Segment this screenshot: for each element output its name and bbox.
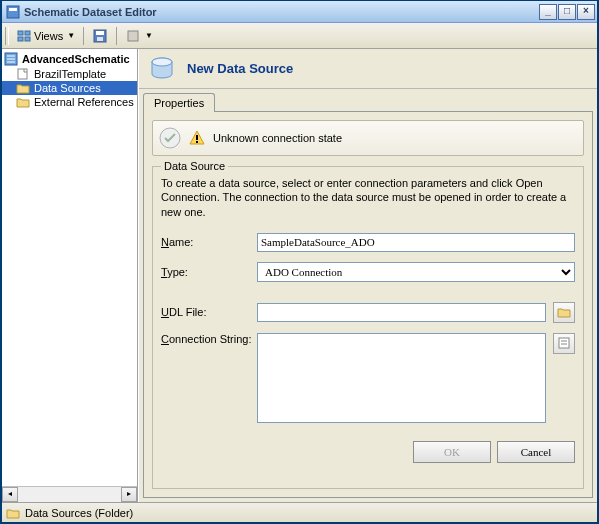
tree-item-datasources[interactable]: Data Sources (2, 81, 137, 95)
chevron-down-icon: ▼ (67, 31, 75, 40)
svg-rect-1 (9, 8, 17, 11)
toolbar: Views ▼ ▼ (2, 23, 597, 49)
tree-item-label: BrazilTemplate (34, 68, 106, 80)
toolbar-action-button[interactable]: ▼ (120, 26, 158, 46)
chevron-down-icon: ▼ (145, 31, 153, 40)
svg-rect-20 (559, 338, 569, 348)
svg-rect-2 (18, 31, 23, 35)
generic-icon (125, 28, 141, 44)
connection-status: Unknown connection state (152, 120, 584, 156)
warning-icon (189, 130, 205, 146)
folder-open-icon (557, 306, 571, 318)
statusbar-text: Data Sources (Folder) (25, 507, 133, 519)
status-text: Unknown connection state (213, 132, 342, 144)
datasource-fieldset: Data Source To create a data source, sel… (152, 166, 584, 489)
tree-item-label: Data Sources (34, 82, 101, 94)
sidebar: AdvancedSchematic BrazilTemplate Data So… (2, 49, 138, 502)
tree-root-label: AdvancedSchematic (22, 53, 130, 65)
svg-rect-9 (128, 31, 138, 41)
window-statusbar: Data Sources (Folder) (2, 502, 597, 522)
svg-point-16 (152, 58, 172, 66)
fieldset-legend: Data Source (161, 160, 228, 172)
datasource-icon (147, 54, 177, 84)
svg-rect-0 (7, 6, 19, 18)
tree-item-template[interactable]: BrazilTemplate (2, 67, 137, 81)
scroll-track[interactable] (18, 487, 121, 502)
udl-label: UDL File: (161, 306, 253, 318)
titlebar: Schematic Dataset Editor _ □ × (2, 1, 597, 23)
svg-rect-5 (25, 37, 30, 41)
row-udl: UDL File: (161, 302, 575, 323)
cancel-button[interactable]: Cancel (497, 441, 575, 463)
scroll-left-button[interactable]: ◂ (2, 487, 18, 502)
document-icon (16, 68, 30, 80)
properties-icon (557, 336, 571, 350)
window-title: Schematic Dataset Editor (24, 6, 538, 18)
save-button[interactable] (87, 26, 113, 46)
connection-string-label: Connection String: (161, 333, 253, 345)
views-icon (17, 29, 31, 43)
ok-button[interactable]: OK (413, 441, 491, 463)
disk-icon (92, 28, 108, 44)
views-menu[interactable]: Views ▼ (12, 26, 80, 46)
content-header: New Data Source (139, 49, 597, 89)
app-window: Schematic Dataset Editor _ □ × Views ▼ ▼… (0, 0, 599, 524)
row-name: Name: (161, 233, 575, 252)
folder-open-icon (16, 82, 30, 94)
svg-rect-4 (18, 37, 23, 41)
page-title: New Data Source (187, 61, 293, 76)
udl-input[interactable] (257, 303, 546, 322)
tree-root[interactable]: AdvancedSchematic (2, 51, 137, 67)
row-type: Type: ADO Connection (161, 262, 575, 282)
name-label: Name: (161, 236, 253, 248)
svg-rect-19 (196, 141, 198, 143)
browse-udl-button[interactable] (553, 302, 575, 323)
tree-item-label: External References (34, 96, 134, 108)
folder-icon (6, 507, 20, 519)
sidebar-h-scrollbar[interactable]: ◂ ▸ (2, 486, 137, 502)
tab-strip: Properties (139, 89, 597, 111)
tab-properties[interactable]: Properties (143, 93, 215, 112)
svg-rect-8 (97, 37, 103, 41)
views-label: Views (34, 30, 63, 42)
app-icon (6, 5, 20, 19)
row-connection-string: Connection String: (161, 333, 575, 423)
toolbar-separator (83, 27, 84, 45)
toolbar-separator (116, 27, 117, 45)
minimize-button[interactable]: _ (539, 4, 557, 20)
check-disc-icon (159, 127, 181, 149)
tab-panel: Unknown connection state Data Source To … (143, 111, 593, 498)
content-panel: New Data Source Properties Unknown conne… (138, 49, 597, 502)
schematic-icon (4, 52, 18, 66)
svg-rect-14 (18, 69, 27, 79)
scroll-right-button[interactable]: ▸ (121, 487, 137, 502)
maximize-button[interactable]: □ (558, 4, 576, 20)
svg-rect-3 (25, 31, 30, 35)
toolbar-grip (5, 27, 9, 45)
tree-item-extref[interactable]: External References (2, 95, 137, 109)
type-select[interactable]: ADO Connection (257, 262, 575, 282)
tree-view[interactable]: AdvancedSchematic BrazilTemplate Data So… (2, 49, 137, 486)
body: AdvancedSchematic BrazilTemplate Data So… (2, 49, 597, 502)
folder-icon (16, 96, 30, 108)
button-row: OK Cancel (161, 441, 575, 463)
connection-builder-button[interactable] (553, 333, 575, 354)
type-label: Type: (161, 266, 253, 278)
svg-rect-18 (196, 135, 198, 140)
name-input[interactable] (257, 233, 575, 252)
svg-rect-7 (96, 31, 104, 35)
connection-string-input[interactable] (257, 333, 546, 423)
instruction-text: To create a data source, select or enter… (161, 176, 575, 219)
close-button[interactable]: × (577, 4, 595, 20)
